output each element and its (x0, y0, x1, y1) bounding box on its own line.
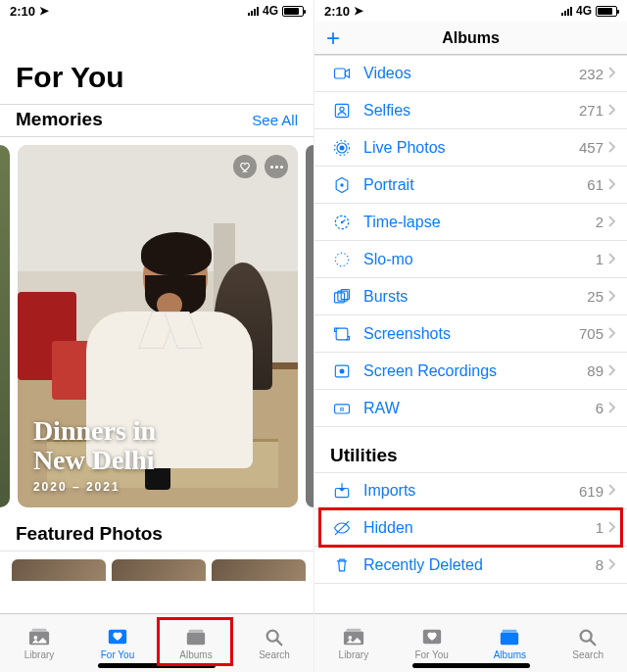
status-bar: 2:10 ➤ 4G (0, 0, 314, 22)
album-count: 619 (579, 483, 603, 500)
nav-bar: + Albums (314, 22, 627, 55)
album-row-timelapse[interactable]: Time-lapse2 (314, 204, 627, 241)
album-row-slomo[interactable]: Slo-mo1 (314, 241, 627, 278)
svg-point-14 (340, 183, 343, 186)
album-label: Screen Recordings (354, 362, 587, 380)
album-count: 6 (596, 400, 603, 416)
svg-point-10 (340, 107, 344, 111)
featured-thumb[interactable] (12, 559, 106, 581)
album-row-imports[interactable]: Imports619 (314, 472, 627, 509)
network-label: 4G (576, 4, 592, 18)
album-row-screenrec[interactable]: Screen Recordings89 (314, 353, 627, 390)
svg-line-7 (277, 641, 282, 646)
signal-icon (561, 6, 572, 16)
network-label: 4G (263, 4, 278, 18)
svg-rect-29 (347, 629, 362, 632)
location-icon: ➤ (39, 4, 49, 18)
tab-search[interactable]: Search (235, 614, 314, 672)
chevron-right-icon (607, 214, 615, 231)
slomo-icon (330, 250, 354, 269)
album-row-bursts[interactable]: Bursts25 (314, 278, 627, 315)
location-icon: ➤ (354, 4, 363, 18)
album-row-raw[interactable]: RRAW6 (314, 390, 627, 427)
album-label: Live Photos (354, 139, 579, 157)
album-row-selfies[interactable]: Selfies271 (314, 92, 627, 129)
chevron-right-icon (607, 556, 615, 574)
album-count: 2 (596, 214, 603, 230)
hidden-icon (330, 518, 354, 538)
imports-icon (330, 481, 354, 501)
status-time: 2:10 (10, 4, 35, 19)
album-label: Slo-mo (354, 251, 596, 268)
album-count: 1 (596, 519, 603, 536)
see-all-link[interactable]: See All (252, 112, 298, 128)
chevron-right-icon (607, 362, 615, 380)
album-count: 271 (579, 102, 603, 119)
album-row-trash[interactable]: Recently Deleted8 (314, 547, 627, 584)
home-indicator[interactable] (412, 663, 530, 668)
album-count: 8 (596, 556, 603, 573)
svg-point-2 (34, 636, 38, 640)
svg-rect-32 (501, 632, 518, 645)
album-count: 705 (579, 325, 603, 342)
chevron-right-icon (607, 139, 615, 157)
status-bar: 2:10 ➤ 4G (314, 0, 627, 22)
featured-photos-label: Featured Photos (0, 507, 314, 552)
svg-rect-21 (336, 328, 348, 340)
featured-thumb[interactable] (212, 559, 306, 581)
album-label: Bursts (354, 288, 587, 306)
album-label: Portrait (354, 176, 587, 194)
favorite-icon[interactable] (233, 155, 257, 178)
svg-point-30 (348, 636, 352, 640)
utilities-header: Utilities (314, 427, 627, 472)
chevron-right-icon (607, 251, 615, 268)
albums-list[interactable]: Videos232Selfies271Live Photos457Portrai… (314, 55, 627, 672)
add-button[interactable]: + (326, 26, 340, 50)
svg-point-11 (340, 145, 345, 150)
memory-card-prev[interactable] (0, 145, 10, 507)
album-label: Time-lapse (354, 214, 596, 231)
featured-photos-row[interactable] (0, 552, 314, 581)
selfies-icon (330, 101, 354, 120)
svg-point-23 (340, 368, 345, 373)
tab-library[interactable]: Library (0, 614, 78, 672)
raw-icon: R (330, 399, 354, 418)
album-row-live[interactable]: Live Photos457 (314, 129, 627, 167)
more-icon[interactable] (265, 155, 288, 178)
chevron-right-icon (607, 482, 615, 500)
bursts-icon (330, 287, 354, 307)
chevron-right-icon (607, 176, 615, 194)
album-label: Imports (354, 482, 579, 500)
album-label: Hidden (354, 519, 596, 537)
tab-search[interactable]: Search (549, 614, 627, 672)
album-count: 232 (579, 66, 603, 82)
chevron-right-icon (607, 400, 615, 417)
album-count: 25 (587, 288, 603, 305)
battery-icon (596, 6, 617, 17)
svg-line-35 (591, 641, 596, 646)
memory-card[interactable]: Dinners inNew Delhi 2020 – 2021 (18, 145, 298, 507)
memories-carousel[interactable]: Dinners inNew Delhi 2020 – 2021 (0, 137, 314, 507)
live-icon (330, 138, 354, 158)
album-label: Selfies (354, 102, 579, 120)
album-count: 61 (587, 176, 603, 193)
battery-icon (282, 6, 304, 17)
tab-library[interactable]: Library (314, 614, 393, 672)
album-row-hidden[interactable]: Hidden1 (314, 509, 627, 547)
featured-thumb[interactable] (112, 559, 206, 581)
memories-label: Memories (16, 109, 103, 130)
album-count: 457 (579, 139, 603, 156)
memory-card-next[interactable] (306, 145, 314, 507)
svg-rect-8 (335, 69, 346, 78)
memories-header: Memories See All (0, 104, 314, 137)
album-row-screenshots[interactable]: Screenshots705 (314, 315, 627, 353)
screenrec-icon (330, 361, 354, 381)
album-row-portrait[interactable]: Portrait61 (314, 167, 627, 204)
phone-left-foryou: 2:10 ➤ 4G For You Memories See All (0, 0, 314, 672)
chevron-right-icon (607, 325, 615, 343)
album-label: RAW (354, 400, 596, 417)
album-row-videos[interactable]: Videos232 (314, 55, 627, 92)
annotation-highlight-albums-tab (157, 617, 233, 666)
album-label: Videos (354, 65, 579, 82)
svg-point-16 (341, 220, 344, 223)
